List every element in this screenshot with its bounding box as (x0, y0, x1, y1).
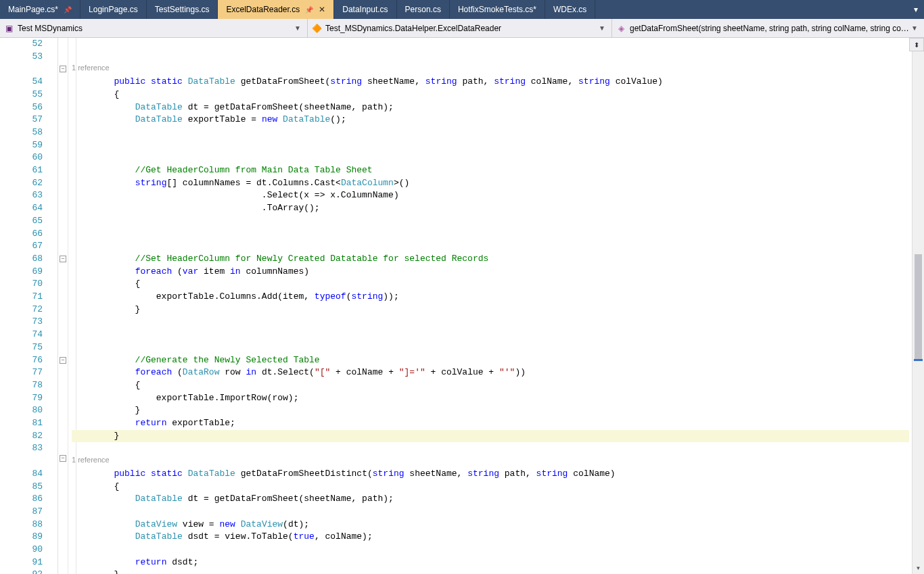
tab-mainpage[interactable]: MainPage.cs*📌 (0, 0, 80, 19)
code-line[interactable]: } (72, 404, 909, 417)
code-line[interactable]: DataView view = new DataView(dt); (72, 519, 909, 531)
fold-toggle[interactable]: − (60, 256, 66, 262)
code-line[interactable]: } (72, 304, 909, 316)
line-number: 74 (16, 329, 43, 341)
class-icon: 🔶 (312, 24, 321, 33)
line-number: 83 (16, 442, 43, 455)
code-line[interactable]: exportTable.Columns.Add(item, typeof(str… (72, 291, 909, 304)
code-line[interactable]: { (72, 89, 909, 101)
line-number: 59 (16, 139, 43, 152)
code-line[interactable]: DataTable dt = getDataFromSheet(sheetNam… (72, 101, 909, 114)
line-number: 68 (16, 253, 43, 266)
line-number: 64 (16, 202, 43, 215)
code-line[interactable]: return exportTable; (72, 417, 909, 430)
line-number: 55 (16, 89, 43, 101)
nav-class-text: Test_MSDynamics.DataHelper.ExcelDataRead… (325, 24, 597, 33)
code-line[interactable]: DataTable dsdt = view.ToTable(true, colN… (72, 531, 909, 544)
line-number: 67 (16, 240, 43, 253)
pin-icon: 📌 (64, 6, 72, 14)
tab-label: DataInput.cs (342, 5, 388, 14)
tab-loginpage[interactable]: LoginPage.cs (80, 0, 147, 19)
code-line[interactable]: .Select(x => x.ColumnName) (72, 189, 909, 202)
tab-testsettings[interactable]: TestSettings.cs (147, 0, 218, 19)
fold-toggle[interactable]: − (60, 357, 66, 364)
line-number: 54 (16, 76, 43, 89)
nav-project-dropdown[interactable]: ▣ Test MSDynamics ▼ (0, 19, 308, 37)
code-line[interactable]: } (72, 430, 909, 443)
code-line[interactable]: DataTable exportTable = new DataTable(); (72, 114, 909, 126)
tab-exceldatareader[interactable]: ExcelDataReader.cs📌✕ (218, 0, 334, 19)
code-line[interactable]: } (72, 569, 909, 574)
line-number: 85 (16, 481, 43, 494)
code-line[interactable]: public static DataTable getDataFromSheet… (72, 76, 909, 89)
line-number: 72 (16, 304, 43, 316)
document-tabs: MainPage.cs*📌 LoginPage.cs TestSettings.… (0, 0, 924, 19)
nav-project-text: Test MSDynamics (18, 24, 292, 33)
line-number: 84 (16, 468, 43, 481)
code-line[interactable]: { (72, 379, 909, 392)
code-line[interactable]: //Set HeaderColumn for Newly Created Dat… (72, 253, 909, 266)
tab-person[interactable]: Person.cs (397, 0, 450, 19)
line-number: 53 (16, 51, 43, 64)
code-line[interactable]: return dsdt; (72, 556, 909, 569)
code-line[interactable]: DataTable dt = getDataFromSheet(sheetNam… (72, 493, 909, 506)
line-number: 81 (16, 417, 43, 430)
line-number: 57 (16, 114, 43, 126)
line-number: 77 (16, 366, 43, 379)
scroll-thumb[interactable] (915, 254, 922, 359)
tab-wdex[interactable]: WDEx.cs (545, 0, 595, 19)
line-number: 82 (16, 430, 43, 443)
line-number: 56 (16, 101, 43, 114)
fold-toggle[interactable]: − (60, 66, 66, 72)
code-line[interactable]: .ToArray(); (72, 202, 909, 215)
project-icon: ▣ (4, 24, 14, 33)
line-number: 52 (16, 38, 43, 51)
line-number: 73 (16, 316, 43, 329)
line-number: 70 (16, 278, 43, 291)
line-number: 90 (16, 544, 43, 556)
navigation-bar: ▣ Test MSDynamics ▼ 🔶 Test_MSDynamics.Da… (0, 19, 924, 38)
line-number: 60 (16, 151, 43, 164)
pin-icon[interactable]: 📌 (305, 6, 313, 14)
line-number: 71 (16, 291, 43, 304)
tab-overflow-dropdown[interactable]: ▾ (908, 0, 924, 19)
code-content[interactable]: 1 reference public static DataTable getD… (72, 38, 909, 574)
code-line[interactable]: //Generate the Newly Selected Table (72, 354, 909, 367)
code-line[interactable]: { (72, 481, 909, 494)
close-icon[interactable]: ✕ (319, 5, 325, 14)
code-line[interactable]: 1 reference (72, 454, 909, 467)
fold-toggle[interactable]: − (60, 455, 66, 462)
tab-label: MainPage.cs* (8, 5, 58, 14)
scroll-marker (914, 359, 923, 361)
tab-hotfixsmoketests[interactable]: HotfixSmokeTests.cs* (450, 0, 545, 19)
line-number: 78 (16, 379, 43, 392)
line-number: 87 (16, 506, 43, 519)
nav-member-text: getDataFromSheet(string sheetName, strin… (630, 24, 909, 33)
code-line[interactable]: 1 reference (72, 62, 909, 75)
line-number: 75 (16, 341, 43, 354)
line-number: 65 (16, 215, 43, 228)
code-line[interactable]: { (72, 278, 909, 291)
line-number: 80 (16, 404, 43, 417)
code-line[interactable]: //Get HeaderColumn from Main Data Table … (72, 164, 909, 177)
tab-label: Person.cs (405, 5, 441, 14)
line-number: 86 (16, 493, 43, 506)
tab-datainput[interactable]: DataInput.cs (334, 0, 396, 19)
chevron-down-icon: ▼ (597, 24, 607, 32)
code-line[interactable]: foreach (DataRow row in dt.Select("[" + … (72, 366, 909, 379)
line-number: 89 (16, 531, 43, 544)
code-line[interactable]: string[] columnNames = dt.Columns.Cast<D… (72, 177, 909, 190)
line-number: 66 (16, 228, 43, 241)
code-line[interactable]: public static DataTable getDataFromSheet… (72, 468, 909, 481)
code-line[interactable]: foreach (var item in columnNames) (72, 266, 909, 279)
nav-member-dropdown[interactable]: ◈ getDataFromSheet(string sheetName, str… (612, 19, 924, 37)
line-number: 88 (16, 519, 43, 531)
line-number: 63 (16, 189, 43, 202)
code-editor[interactable]: 5253545556575859606162636465666768697071… (0, 38, 924, 574)
split-editor-icon[interactable]: ⬍ (909, 38, 924, 51)
code-line[interactable]: exportTable.ImportRow(row); (72, 392, 909, 405)
nav-class-dropdown[interactable]: 🔶 Test_MSDynamics.DataHelper.ExcelDataRe… (308, 19, 612, 37)
chevron-down-icon: ▼ (292, 24, 303, 32)
vertical-scrollbar[interactable]: ▲ ▼ (912, 38, 924, 574)
scroll-down-arrow[interactable]: ▼ (913, 562, 924, 574)
